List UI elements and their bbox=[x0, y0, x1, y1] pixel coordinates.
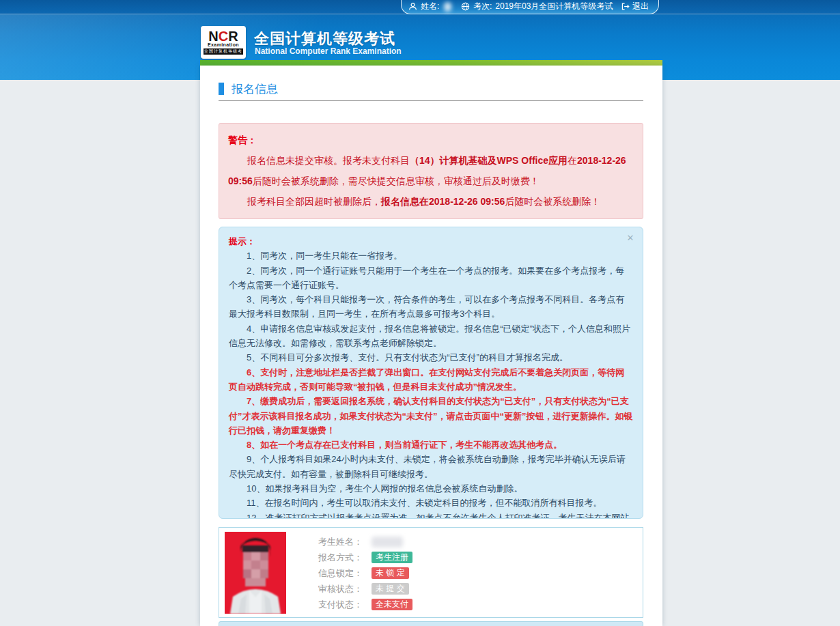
row-label: 考生姓名： bbox=[318, 536, 372, 548]
session-icon bbox=[461, 2, 470, 11]
row-label: 支付状态： bbox=[318, 599, 372, 611]
row-label: 报名方式： bbox=[318, 552, 372, 564]
section-head: 报名信息 bbox=[219, 81, 643, 101]
logo-examination-text: Examination bbox=[208, 42, 239, 48]
tip-item-10: 10、如果报考科目为空，考生个人网报的报名信息会被系统自动删除。 bbox=[229, 481, 633, 496]
tip-item-9: 9、个人报考科目如果24小时内未支付、未锁定，将会被系统自动删除，报考完毕并确认… bbox=[229, 452, 633, 481]
name-value-blurred bbox=[444, 2, 451, 12]
section-title-marker bbox=[219, 83, 224, 95]
logo-strip-text: 全国计算机等级考试 bbox=[204, 48, 243, 55]
candidate-photo bbox=[225, 532, 286, 614]
status-badge-lock: 未 锁 定 bbox=[372, 567, 409, 579]
tips-title: 提示： bbox=[229, 234, 633, 248]
content-column: 报名信息 警告： 报名信息未提交审核。报考未支付科目（14）计算机基础及WPS … bbox=[200, 66, 662, 626]
info-row-lock-status: 信息锁定： 未 锁 定 bbox=[318, 565, 412, 581]
user-tab: 姓名: 考次: 2019年03月全国计算机等级考试 退出 bbox=[401, 0, 659, 14]
logo-ncr-text: NCR bbox=[208, 30, 238, 42]
status-badge-audit: 未 提 交 bbox=[372, 583, 409, 595]
warning-paragraph-2: 报考科目全部因超时被删除后，报名信息在2018-12-26 09:56后随时会被… bbox=[228, 191, 634, 212]
logout-label: 退出 bbox=[632, 1, 649, 12]
tip-item-6: 6、支付时，注意地址栏是否拦截了弹出窗口。在支付网站支付完成后不要着急关闭页面，… bbox=[229, 365, 633, 395]
candidate-info-rows: 考生姓名： 报名方式： 考生注册 信息锁定： 未 锁 定 审核状态： 未 提 交… bbox=[318, 534, 412, 612]
tip-item-2: 2、同考次，同一个通行证账号只能用于一个考生在一个考点的报考。如果要在多个考点报… bbox=[229, 264, 633, 293]
name-label: 姓名: bbox=[421, 1, 439, 12]
page: 姓名: 考次: 2019年03月全国计算机等级考试 退出 NCR bbox=[0, 0, 840, 626]
tip-item-7: 7、缴费成功后，需要返回报名系统，确认支付科目的支付状态为“已支付”，只有支付状… bbox=[229, 394, 633, 438]
section-divider bbox=[219, 100, 643, 101]
warning-box: 警告： 报名信息未提交审核。报考未支付科目（14）计算机基础及WPS Offic… bbox=[219, 123, 643, 219]
warning-paragraph-1: 报名信息未提交审核。报考未支付科目（14）计算机基础及WPS Office应用在… bbox=[228, 150, 634, 191]
tip-item-12: 12、准考证打印方式以报考考点设置为准，如考点不允许考生个人打印准考证，考生无法… bbox=[229, 511, 633, 519]
warning-title: 警告： bbox=[228, 130, 634, 150]
page-title: 报名信息 bbox=[232, 81, 278, 97]
name-value-blurred bbox=[372, 537, 403, 547]
tip-item-11: 11、在报名时间内，考生可以取消未支付、未锁定科目的报考，但不能取消所有科目报考… bbox=[229, 496, 633, 510]
tip-item-8: 8、如在一个考点存在已支付科目，则当前通行证下，考生不能再改选其他考点。 bbox=[229, 438, 633, 452]
tip-item-1: 1、同考次，同一考生只能在一省报考。 bbox=[229, 248, 633, 263]
info-row-payment-status: 支付状态： 全未支付 bbox=[318, 597, 412, 612]
row-label: 审核状态： bbox=[318, 583, 372, 595]
logout-icon bbox=[621, 2, 630, 11]
site-subtitle: National Computer Rank Examination bbox=[255, 46, 402, 56]
logout-button[interactable]: 退出 bbox=[621, 1, 649, 12]
user-icon bbox=[408, 2, 417, 11]
row-label: 信息锁定： bbox=[318, 567, 372, 580]
status-badge-registration: 考生注册 bbox=[372, 552, 412, 563]
candidate-card: 考生姓名： 报名方式： 考生注册 信息锁定： 未 锁 定 审核状态： 未 提 交… bbox=[219, 527, 643, 618]
tips-box: ✕ 提示： 1、同考次，同一考生只能在一省报考。 2、同考次，同一个通行证账号只… bbox=[219, 227, 643, 519]
next-section-partial bbox=[219, 621, 643, 626]
session-label: 考次: bbox=[473, 1, 492, 12]
status-badge-payment: 全未支付 bbox=[372, 599, 412, 610]
green-divider bbox=[200, 60, 662, 66]
tip-item-3: 3、同考次，每个科目只能报考一次，符合条件的考生，可以在多个考点报考不同科目。各… bbox=[229, 292, 633, 322]
tip-item-5: 5、不同科目可分多次报考、支付。只有支付状态为“已支付”的科目才算报名完成。 bbox=[229, 350, 633, 365]
close-icon[interactable]: ✕ bbox=[626, 233, 635, 243]
info-row-audit-status: 审核状态： 未 提 交 bbox=[318, 581, 412, 597]
info-row-registration-type: 报名方式： 考生注册 bbox=[318, 550, 412, 565]
info-row-name: 考生姓名： bbox=[318, 534, 412, 550]
tip-item-4: 4、申请报名信息审核或发起支付，报名信息将被锁定。报名信息“已锁定”状态下，个人… bbox=[229, 322, 633, 351]
ncre-logo: NCR Examination 全国计算机等级考试 bbox=[201, 26, 246, 59]
session-value: 2019年03月全国计算机等级考试 bbox=[495, 1, 613, 12]
